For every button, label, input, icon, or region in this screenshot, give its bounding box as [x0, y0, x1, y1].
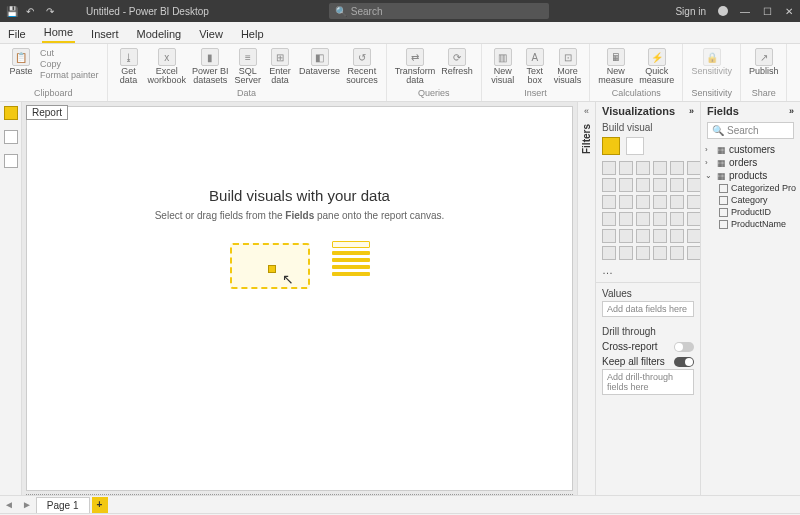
next-page-button[interactable]: ► — [18, 499, 36, 510]
transform-data-button[interactable]: ⇄Transform data — [393, 46, 438, 87]
fields-search[interactable]: 🔍Search — [707, 122, 794, 139]
tab-insert[interactable]: Insert — [89, 25, 121, 43]
visual-type-9[interactable] — [653, 178, 667, 192]
table-products[interactable]: ⌄▦products — [705, 169, 796, 182]
cut-button[interactable]: Cut — [40, 48, 99, 58]
redo-icon[interactable]: ↷ — [46, 6, 56, 16]
visual-type-26[interactable] — [636, 229, 650, 243]
visual-type-34[interactable] — [670, 246, 684, 260]
page-tab[interactable]: Page 1 — [36, 497, 90, 513]
recent-sources-button[interactable]: ↺Recent sources — [344, 46, 380, 87]
visual-type-0[interactable] — [602, 161, 616, 175]
visual-type-24[interactable] — [602, 229, 616, 243]
visual-type-14[interactable] — [636, 195, 650, 209]
cross-report-toggle[interactable] — [674, 342, 694, 352]
visual-type-2[interactable] — [636, 161, 650, 175]
visual-type-20[interactable] — [636, 212, 650, 226]
more-visuals-button[interactable]: ⊡More visuals — [552, 46, 584, 87]
tab-home[interactable]: Home — [42, 23, 75, 43]
checkbox[interactable] — [719, 208, 728, 217]
visual-type-23[interactable] — [687, 212, 701, 226]
text-box-button[interactable]: AText box — [520, 46, 550, 87]
paste-button[interactable]: 📋Paste — [6, 46, 36, 82]
visual-type-27[interactable] — [653, 229, 667, 243]
checkbox[interactable] — [719, 196, 728, 205]
checkbox[interactable] — [719, 220, 728, 229]
tab-view[interactable]: View — [197, 25, 225, 43]
visual-type-7[interactable] — [619, 178, 633, 192]
visual-type-18[interactable] — [602, 212, 616, 226]
global-search[interactable]: 🔍 Search — [329, 3, 549, 19]
tab-help[interactable]: Help — [239, 25, 266, 43]
data-view-button[interactable] — [4, 130, 18, 144]
more-visuals-ellipsis[interactable]: … — [596, 264, 700, 283]
visual-type-15[interactable] — [653, 195, 667, 209]
visual-type-32[interactable] — [636, 246, 650, 260]
format-painter-button[interactable]: Format painter — [40, 70, 99, 80]
pbi-datasets-button[interactable]: ▮Power BI datasets — [190, 46, 231, 87]
values-dropzone[interactable]: Add data fields here — [602, 301, 694, 317]
visual-type-31[interactable] — [619, 246, 633, 260]
visual-type-13[interactable] — [619, 195, 633, 209]
get-data-button[interactable]: ⭳Get data — [114, 46, 144, 87]
field-Categorized Pro…[interactable]: Categorized Pro… — [719, 182, 796, 194]
add-page-button[interactable]: + — [92, 497, 108, 513]
visual-type-22[interactable] — [670, 212, 684, 226]
visual-type-25[interactable] — [619, 229, 633, 243]
visual-type-4[interactable] — [670, 161, 684, 175]
signin-link[interactable]: Sign in — [675, 6, 706, 17]
tab-modeling[interactable]: Modeling — [135, 25, 184, 43]
field-ProductName[interactable]: ProductName — [719, 218, 796, 230]
visual-type-8[interactable] — [636, 178, 650, 192]
visual-type-1[interactable] — [619, 161, 633, 175]
build-visual-mode[interactable] — [602, 137, 620, 155]
checkbox[interactable] — [719, 184, 728, 193]
sensitivity-button[interactable]: 🔒Sensitivity — [689, 46, 734, 78]
visual-type-12[interactable] — [602, 195, 616, 209]
drillthrough-dropzone[interactable]: Add drill-through fields here — [602, 369, 694, 395]
visual-type-16[interactable] — [670, 195, 684, 209]
visual-type-5[interactable] — [687, 161, 701, 175]
report-canvas[interactable]: Build visuals with your data Select or d… — [26, 106, 573, 491]
quick-measure-button[interactable]: ⚡Quick measure — [637, 46, 676, 87]
visual-type-11[interactable] — [687, 178, 701, 192]
minimize-button[interactable]: — — [740, 6, 750, 17]
maximize-button[interactable]: ☐ — [762, 6, 772, 17]
report-view-button[interactable] — [4, 106, 18, 120]
visual-type-10[interactable] — [670, 178, 684, 192]
visual-type-21[interactable] — [653, 212, 667, 226]
table-orders[interactable]: ›▦orders — [705, 156, 796, 169]
keep-filters-toggle[interactable] — [674, 357, 694, 367]
table-customers[interactable]: ›▦customers — [705, 143, 796, 156]
visual-type-29[interactable] — [687, 229, 701, 243]
tab-file[interactable]: File — [6, 25, 28, 43]
new-visual-button[interactable]: ▥New visual — [488, 46, 518, 87]
publish-button[interactable]: ↗Publish — [747, 46, 781, 78]
copy-button[interactable]: Copy — [40, 59, 99, 69]
model-view-button[interactable] — [4, 154, 18, 168]
new-measure-button[interactable]: 🖩New measure — [596, 46, 635, 87]
visual-type-28[interactable] — [670, 229, 684, 243]
save-icon[interactable]: 💾 — [6, 6, 16, 16]
undo-icon[interactable]: ↶ — [26, 6, 36, 16]
format-visual-mode[interactable] — [626, 137, 644, 155]
visual-type-30[interactable] — [602, 246, 616, 260]
chevron-right-icon[interactable]: » — [689, 106, 694, 116]
visual-type-3[interactable] — [653, 161, 667, 175]
sql-server-button[interactable]: ≡SQL Server — [233, 46, 264, 87]
visual-type-33[interactable] — [653, 246, 667, 260]
enter-data-button[interactable]: ⊞Enter data — [265, 46, 295, 87]
field-Category[interactable]: Category — [719, 194, 796, 206]
prev-page-button[interactable]: ◄ — [0, 499, 18, 510]
dataverse-button[interactable]: ◧Dataverse — [297, 46, 342, 87]
refresh-button[interactable]: ⟳Refresh — [439, 46, 475, 87]
avatar[interactable] — [718, 6, 728, 16]
close-button[interactable]: ✕ — [784, 6, 794, 17]
excel-button[interactable]: xExcel workbook — [146, 46, 189, 87]
visual-type-19[interactable] — [619, 212, 633, 226]
visual-type-35[interactable] — [687, 246, 701, 260]
field-ProductID[interactable]: ProductID — [719, 206, 796, 218]
visual-type-6[interactable] — [602, 178, 616, 192]
filters-pane-collapsed[interactable]: « Filters — [577, 102, 595, 495]
chevron-right-icon[interactable]: » — [789, 106, 794, 116]
